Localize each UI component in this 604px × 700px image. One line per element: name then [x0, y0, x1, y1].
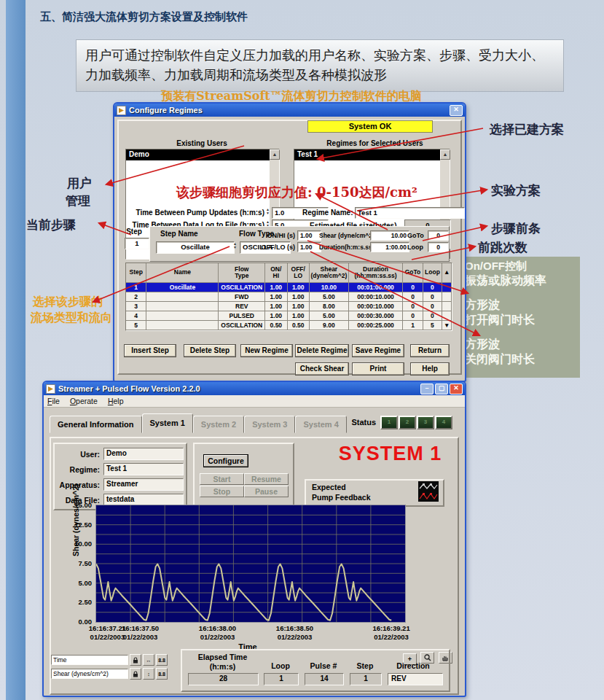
table-row[interactable]: 2FWD1.001.005.0000:00:10.00000 [126, 292, 452, 302]
streamer-window-titlebar[interactable]: Streamer + Pulsed Flow Version 2.2.0 – ▢… [44, 382, 465, 395]
minimize-icon[interactable]: – [420, 384, 434, 394]
scroll-up-icon[interactable]: ▲ [440, 149, 450, 160]
tab-system-3[interactable]: System 3 [244, 416, 295, 433]
pump-updates-label: Time Between Pump Updates (h:m:s) [120, 209, 264, 217]
regime-name-input[interactable]: Test 1 [355, 207, 465, 219]
tab-system-1[interactable]: System 1 [142, 413, 193, 433]
table-scroll-up-icon[interactable]: ▲ [442, 263, 452, 283]
chart-ytick-15.00: 15.00 [67, 501, 92, 509]
info-input-user[interactable]: Demo [103, 448, 184, 460]
help-button[interactable]: Help [410, 362, 450, 376]
table-row[interactable]: 5OSCILLATION0.500.509.0000:00:25.00015▼ [126, 321, 452, 330]
table-cell [146, 321, 219, 330]
streamer-window-body: General InformationSystem 1System 2Syste… [44, 408, 465, 693]
configure-regimes-window: Configure Regimes ✕ System OK Existing U… [113, 102, 466, 382]
info-field-row: Regime:Test 1 [55, 463, 186, 475]
goto-input[interactable]: 0 [428, 230, 449, 241]
chart-xtick-16-16-37-21: 16:16:37.2101/22/2003 [89, 624, 126, 642]
steps-table[interactable]: StepNameFlowTypeON/HIOFF/LOShear(dyne/cm… [125, 262, 452, 331]
format-icon[interactable]: 8.8 [156, 654, 168, 666]
save-regime-button[interactable]: Save Regime [352, 344, 404, 357]
table-cell: PULSED [219, 311, 265, 321]
duration-input[interactable]: 1:00.00 [370, 242, 409, 252]
chart-ytick-7.50: 7.50 [67, 559, 92, 567]
configure-button[interactable]: Configure [203, 454, 248, 467]
tab-system-2[interactable]: System 2 [193, 416, 244, 433]
shear-input[interactable]: 10.00 [370, 230, 409, 241]
new-regime-button[interactable]: New Regime [240, 344, 293, 357]
maximize-icon[interactable]: ▢ [435, 384, 448, 394]
table-cell: 0.50 [265, 321, 287, 330]
chart-xtick-16-16-39-21: 16:16:39.2101/22/2003 [372, 624, 409, 642]
step-editor-panel: Step Name Oscillate Flow Type ▲▼ OSCILLA… [149, 226, 450, 262]
menu-item-help[interactable]: Help [108, 397, 124, 405]
resume-button[interactable]: Resume [244, 473, 289, 485]
spinner-icon[interactable]: ▲▼ [233, 242, 239, 249]
lock-icon[interactable] [130, 668, 141, 680]
close-icon[interactable]: ✕ [450, 384, 463, 394]
scroll-up-icon[interactable]: ▲ [270, 149, 280, 160]
lock-icon[interactable] [130, 654, 141, 666]
table-scroll-cell[interactable]: ▼ [442, 321, 452, 330]
delete-step-button[interactable]: Delete Step [184, 344, 236, 357]
axis-name-box[interactable]: Time [51, 655, 128, 665]
menu-item-file[interactable]: File [47, 397, 60, 405]
info-input-apparatus[interactable]: Streamer [103, 478, 184, 491]
steps-table-body[interactable]: 1OscillateOSCILLATION1.001.0010.0000:01:… [126, 283, 452, 330]
stop-button[interactable]: Stop [200, 486, 244, 497]
chart-xtick-16-16-37-50: 16:16:37.5001/22/2003 [122, 624, 159, 642]
table-cell: 00:01:00.000 [349, 283, 403, 292]
delete-regime-button[interactable]: Delete Regime [295, 344, 349, 357]
table-scroll-cell [442, 283, 452, 292]
column-header-off: OFF/LO [288, 263, 310, 283]
run-stats-panel: Elapsed Time(h:m:s)28Loop1Pulse #14Step1… [181, 649, 450, 692]
step-name-input[interactable]: Oscillate [156, 241, 235, 254]
table-header-row: StepNameFlowTypeON/HIOFF/LOShear(dyne/cm… [126, 263, 452, 283]
stat-value-elapsed-time: 28 [188, 673, 259, 685]
table-cell: 1.00 [265, 302, 287, 311]
table-cell: 00:00:25.000 [349, 321, 403, 330]
return-button[interactable]: Return [410, 344, 450, 357]
column-header-loop: Loop [423, 263, 442, 283]
status-led-3: 3 [417, 416, 434, 429]
autoscale-icon[interactable]: ↔ [143, 654, 154, 666]
shear-chart-plot[interactable] [95, 505, 406, 623]
close-icon[interactable]: ✕ [450, 105, 463, 116]
labview-app-icon [117, 106, 126, 115]
offlo-input[interactable]: 1.00 [297, 242, 321, 252]
column-header-duration: Duration(hh:mm:ss.ss) [349, 263, 403, 283]
spinner-icon[interactable]: ▲▼ [266, 208, 272, 214]
start-button[interactable]: Start [200, 473, 244, 485]
onoff-box-line: 振荡或脉动频率 [465, 273, 574, 289]
loop-input[interactable]: 0 [428, 242, 449, 252]
info-input-regime[interactable]: Test 1 [103, 463, 184, 475]
existing-users-label: Existing Users [129, 139, 275, 147]
column-header-on: ON/HI [265, 263, 287, 283]
annotation-onoff-box: On/OFF控制振荡或脉动频率方形波打开阀门时长方形波关闭阀门时长 [459, 257, 580, 378]
table-cell: 1 [403, 321, 423, 330]
list-item-user[interactable]: Demo [126, 149, 279, 160]
print-button[interactable]: Print [352, 362, 404, 376]
table-cell: 5.00 [310, 292, 349, 302]
table-cell: 1.00 [288, 311, 310, 321]
axis-name-box[interactable]: Shear (dynes/cm^2) [51, 669, 128, 679]
table-cell: 0 [403, 302, 423, 311]
table-row[interactable]: 4PULSED1.001.005.0000:00:30.00000 [126, 311, 452, 321]
table-cell: FWD [219, 292, 265, 302]
autoscale-icon[interactable]: ↕ [143, 668, 154, 680]
tab-general-information[interactable]: General Information [50, 416, 142, 433]
insert-step-button[interactable]: Insert Step [124, 344, 176, 357]
annotation-experiment-regime: 实验方案 [491, 182, 541, 199]
annotation-flow-select-1: 选择该步骤的 [33, 295, 103, 310]
table-row[interactable]: 1OscillateOSCILLATION1.001.0010.0000:01:… [126, 283, 452, 292]
pause-button[interactable]: Pause [244, 486, 289, 497]
format-icon[interactable]: 8.8 [156, 668, 168, 680]
table-row[interactable]: 3REV1.001.008.0000:00:10.00000 [126, 302, 452, 311]
menu-item-operate[interactable]: Operate [70, 397, 98, 405]
table-cell: 00:00:10.000 [349, 302, 403, 311]
configure-window-titlebar[interactable]: Configure Regimes ✕ [114, 104, 465, 117]
onhi-input[interactable]: 1.00 [297, 230, 321, 241]
tab-system-4[interactable]: System 4 [295, 416, 346, 433]
check-shear-button[interactable]: Check Shear [295, 362, 349, 376]
list-item-regime[interactable]: Test 1 [294, 149, 450, 160]
